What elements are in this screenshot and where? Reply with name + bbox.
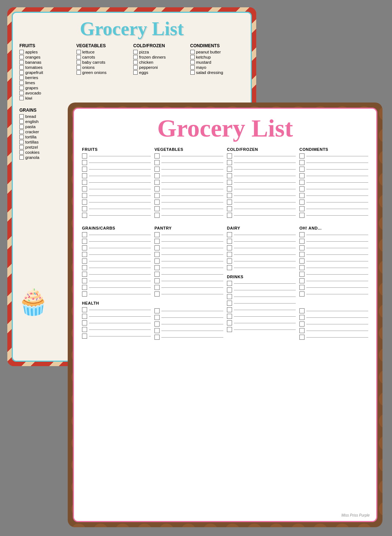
checkbox[interactable] bbox=[154, 193, 160, 198]
checkbox[interactable] bbox=[154, 173, 160, 178]
checkbox[interactable] bbox=[227, 200, 232, 205]
checkbox[interactable] bbox=[19, 50, 24, 54]
checkbox[interactable] bbox=[227, 294, 232, 299]
checkbox[interactable] bbox=[299, 193, 305, 198]
checkbox[interactable] bbox=[154, 315, 160, 320]
checkbox[interactable] bbox=[82, 153, 87, 159]
checkbox[interactable] bbox=[82, 314, 87, 319]
checkbox[interactable] bbox=[82, 213, 87, 218]
checkbox[interactable] bbox=[82, 206, 87, 211]
checkbox[interactable] bbox=[299, 213, 305, 218]
checkbox[interactable] bbox=[154, 206, 160, 211]
checkbox[interactable] bbox=[299, 245, 305, 250]
checkbox[interactable] bbox=[76, 50, 81, 54]
checkbox[interactable] bbox=[299, 328, 305, 333]
checkbox[interactable] bbox=[299, 232, 305, 237]
checkbox[interactable] bbox=[154, 258, 160, 264]
checkbox[interactable] bbox=[76, 55, 81, 59]
checkbox[interactable] bbox=[299, 308, 305, 313]
checkbox[interactable] bbox=[154, 232, 160, 237]
checkbox[interactable] bbox=[190, 70, 195, 75]
checkbox[interactable] bbox=[299, 206, 305, 211]
checkbox[interactable] bbox=[19, 124, 24, 129]
checkbox[interactable] bbox=[299, 160, 305, 165]
checkbox[interactable] bbox=[82, 193, 87, 198]
checkbox[interactable] bbox=[19, 155, 24, 160]
checkbox[interactable] bbox=[299, 315, 305, 320]
checkbox[interactable] bbox=[227, 258, 232, 264]
checkbox[interactable] bbox=[19, 86, 24, 90]
checkbox[interactable] bbox=[133, 55, 138, 59]
checkbox[interactable] bbox=[82, 173, 87, 178]
checkbox[interactable] bbox=[227, 206, 232, 211]
checkbox[interactable] bbox=[154, 272, 160, 277]
checkbox[interactable] bbox=[299, 258, 305, 264]
checkbox[interactable] bbox=[82, 239, 87, 244]
checkbox[interactable] bbox=[82, 285, 87, 290]
checkbox[interactable] bbox=[19, 145, 24, 149]
checkbox[interactable] bbox=[76, 60, 81, 64]
checkbox[interactable] bbox=[82, 160, 87, 165]
checkbox[interactable] bbox=[154, 321, 160, 327]
checkbox[interactable] bbox=[82, 258, 87, 264]
checkbox[interactable] bbox=[227, 173, 232, 178]
checkbox[interactable] bbox=[154, 153, 160, 159]
checkbox[interactable] bbox=[227, 167, 232, 172]
checkbox[interactable] bbox=[227, 314, 232, 319]
checkbox[interactable] bbox=[154, 308, 160, 313]
checkbox[interactable] bbox=[299, 252, 305, 257]
checkbox[interactable] bbox=[190, 55, 195, 59]
checkbox[interactable] bbox=[82, 245, 87, 250]
checkbox[interactable] bbox=[82, 180, 87, 185]
checkbox[interactable] bbox=[154, 239, 160, 244]
checkbox[interactable] bbox=[19, 60, 24, 64]
checkbox[interactable] bbox=[82, 334, 87, 339]
checkbox[interactable] bbox=[154, 213, 160, 218]
checkbox[interactable] bbox=[154, 180, 160, 185]
checkbox[interactable] bbox=[154, 245, 160, 250]
checkbox[interactable] bbox=[19, 81, 24, 85]
checkbox[interactable] bbox=[19, 96, 24, 100]
checkbox[interactable] bbox=[82, 320, 87, 325]
checkbox[interactable] bbox=[133, 50, 138, 54]
checkbox[interactable] bbox=[19, 119, 24, 124]
checkbox[interactable] bbox=[19, 75, 24, 80]
checkbox[interactable] bbox=[227, 160, 232, 165]
checkbox[interactable] bbox=[154, 278, 160, 283]
checkbox[interactable] bbox=[19, 140, 24, 144]
checkbox[interactable] bbox=[227, 327, 232, 332]
checkbox[interactable] bbox=[299, 291, 305, 297]
checkbox[interactable] bbox=[19, 91, 24, 95]
checkbox[interactable] bbox=[227, 153, 232, 159]
checkbox[interactable] bbox=[154, 291, 160, 297]
checkbox[interactable] bbox=[82, 272, 87, 277]
checkbox[interactable] bbox=[154, 328, 160, 333]
checkbox[interactable] bbox=[299, 285, 305, 290]
checkbox[interactable] bbox=[227, 186, 232, 191]
checkbox[interactable] bbox=[19, 135, 24, 139]
checkbox[interactable] bbox=[190, 50, 195, 54]
checkbox[interactable] bbox=[19, 150, 24, 155]
checkbox[interactable] bbox=[76, 65, 81, 70]
checkbox[interactable] bbox=[299, 278, 305, 283]
checkbox[interactable] bbox=[82, 327, 87, 332]
checkbox[interactable] bbox=[227, 252, 232, 257]
checkbox[interactable] bbox=[227, 245, 232, 250]
checkbox[interactable] bbox=[82, 265, 87, 270]
checkbox[interactable] bbox=[19, 114, 24, 119]
checkbox[interactable] bbox=[82, 291, 87, 297]
checkbox[interactable] bbox=[299, 180, 305, 185]
checkbox[interactable] bbox=[299, 167, 305, 172]
checkbox[interactable] bbox=[227, 193, 232, 198]
checkbox[interactable] bbox=[227, 232, 232, 237]
checkbox[interactable] bbox=[299, 321, 305, 327]
checkbox[interactable] bbox=[299, 186, 305, 191]
checkbox[interactable] bbox=[227, 281, 232, 286]
checkbox[interactable] bbox=[82, 278, 87, 283]
checkbox[interactable] bbox=[154, 167, 160, 172]
checkbox[interactable] bbox=[19, 130, 24, 134]
checkbox[interactable] bbox=[133, 70, 138, 75]
checkbox[interactable] bbox=[227, 307, 232, 312]
checkbox[interactable] bbox=[154, 335, 160, 340]
checkbox[interactable] bbox=[227, 180, 232, 185]
